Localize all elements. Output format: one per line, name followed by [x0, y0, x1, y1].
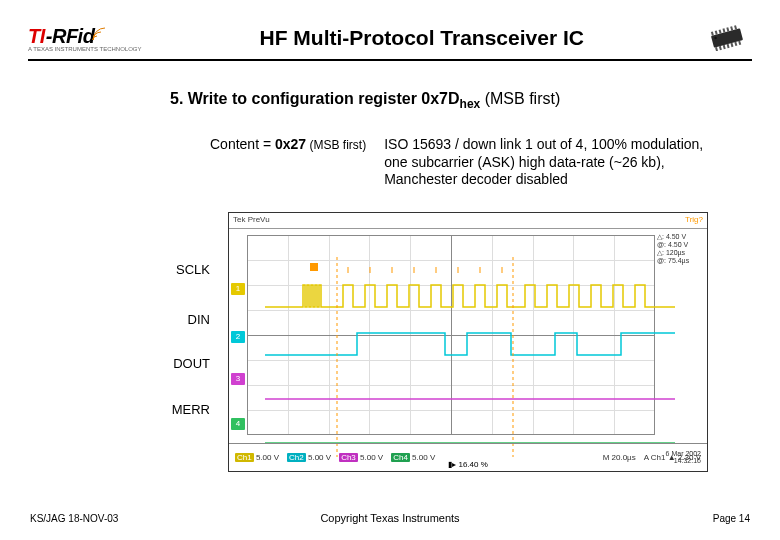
scope-trig: Trig?: [685, 215, 703, 226]
slide: TI-RFid A TEXAS INSTRUMENTS TECHNOLOGY H…: [0, 0, 780, 540]
svg-rect-1: [711, 31, 714, 35]
svg-rect-13: [734, 42, 737, 46]
cursor-v: @: 4.50 V: [657, 241, 705, 249]
ref-marks: [348, 267, 502, 273]
content-eq-head: Content =: [210, 136, 275, 152]
content-row: Content = 0x27 (MSB first) ISO 15693 / d…: [210, 136, 720, 189]
ch3-chip: Ch3: [339, 453, 358, 462]
header-divider: [28, 59, 752, 61]
scope-date: 6 Mar 2002: [666, 450, 701, 458]
scope-timestamp: 6 Mar 2002 14:32:16: [666, 450, 701, 465]
trace-sclk: [265, 285, 675, 307]
logo-rfid: -RFid: [46, 25, 95, 47]
content-description: ISO 15693 / down link 1 out of 4, 100% m…: [384, 136, 720, 189]
svg-rect-12: [730, 43, 733, 47]
ch2-scale: 5.00 V: [308, 453, 331, 462]
svg-rect-5: [726, 27, 729, 31]
scope-top-bar: Tek PreVu Trig?: [229, 213, 707, 229]
section-subscript: hex: [460, 97, 481, 111]
scope-figure: SCLK DIN DOUT MERR Tek PreVu Trig? 1 2 3…: [150, 212, 720, 474]
section-tail: (MSB first): [480, 90, 560, 107]
chip-icon: [702, 23, 752, 53]
svg-rect-3: [719, 29, 722, 33]
svg-rect-2: [715, 30, 718, 34]
svg-rect-11: [727, 44, 730, 48]
cursor-readout: △: 4.50 V @: 4.50 V △: 120µs @: 75.4µs: [657, 233, 705, 265]
page-title: HF Multi-Protocol Transceiver IC: [141, 26, 702, 50]
ch4-chip: Ch4: [391, 453, 410, 462]
svg-rect-9: [719, 46, 722, 50]
scope-time: 14:32:16: [666, 457, 701, 465]
oscilloscope-screen: Tek PreVu Trig? 1 2 3 4: [228, 212, 708, 472]
content-eq-tail: (MSB first): [306, 138, 366, 152]
ch3-scale: 5.00 V: [360, 453, 383, 462]
signal-label-dout: DOUT: [150, 356, 210, 371]
section-text: Write to configuration register 0x7D: [188, 90, 460, 107]
logo-tagline: A TEXAS INSTRUMENTS TECHNOLOGY: [28, 46, 141, 52]
traces-svg: [265, 257, 675, 457]
svg-rect-6: [730, 26, 733, 30]
scope-mode: Tek PreVu: [233, 215, 270, 226]
ref-cap: [310, 263, 318, 271]
content-equation: Content = 0x27 (MSB first): [210, 136, 366, 152]
scope-grid: [247, 235, 655, 435]
svg-rect-10: [723, 45, 726, 49]
ch2-tag: 2: [231, 331, 245, 343]
logo-ti: TI: [28, 25, 45, 47]
cursor-t: @: 75.4µs: [657, 257, 705, 265]
header-bar: TI-RFid A TEXAS INSTRUMENTS TECHNOLOGY H…: [28, 18, 752, 58]
ch4-tag: 4: [231, 418, 245, 430]
rfid-arc-icon: [92, 27, 106, 45]
trace-din: [265, 333, 675, 355]
ch2-chip: Ch2: [287, 453, 306, 462]
svg-rect-7: [734, 25, 737, 29]
ch1-scale: 5.00 V: [256, 453, 279, 462]
svg-rect-8: [715, 47, 718, 51]
cursor-dt: △: 120µs: [657, 249, 705, 257]
section-heading: 5. Write to configuration register 0x7Dh…: [170, 90, 720, 111]
signal-label-merr: MERR: [150, 402, 210, 417]
content-eq-value: 0x27: [275, 136, 306, 152]
footer: KS/JAG 18-NOV-03 Copyright Texas Instrum…: [30, 513, 750, 524]
ch4-scale: 5.00 V: [412, 453, 435, 462]
signal-label-sclk: SCLK: [150, 262, 210, 306]
cursor-dv: △: 4.50 V: [657, 233, 705, 241]
footer-center: Copyright Texas Instruments: [320, 512, 459, 524]
footer-right: Page 14: [713, 513, 750, 524]
ch3-tag: 3: [231, 373, 245, 385]
svg-rect-14: [738, 41, 741, 45]
signal-label-din: DIN: [150, 312, 210, 327]
ch1-chip: Ch1: [235, 453, 254, 462]
section-number: 5.: [170, 90, 188, 107]
logo: TI-RFid A TEXAS INSTRUMENTS TECHNOLOGY: [28, 25, 141, 52]
footer-left: KS/JAG 18-NOV-03: [30, 513, 118, 524]
scope-pos: ▮▸ 16.40 %: [448, 460, 488, 469]
timebase: M 20.0µs: [603, 453, 636, 462]
ch1-tag: 1: [231, 283, 245, 295]
svg-rect-4: [722, 28, 725, 32]
